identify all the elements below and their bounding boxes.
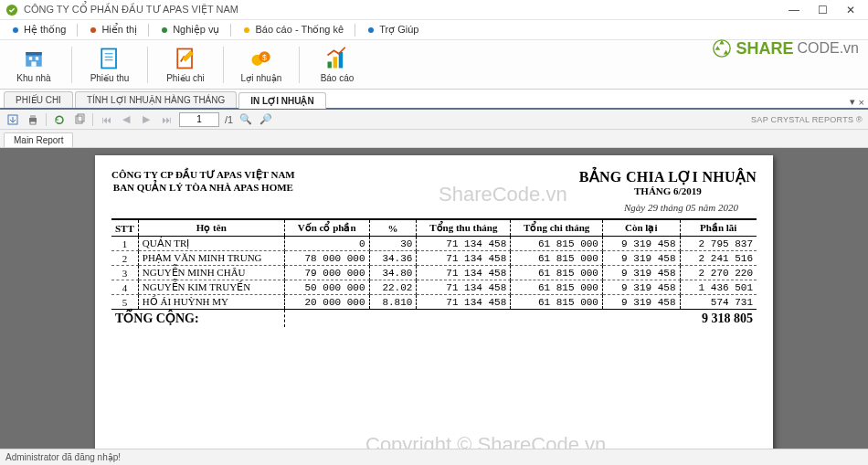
menu-help[interactable]: Trợ Giúp <box>359 22 426 37</box>
print-icon[interactable] <box>26 112 40 127</box>
table-row: 1QUẢN TRỊ03071 134 45861 815 0009 319 45… <box>111 237 757 251</box>
menu-separator <box>355 24 355 37</box>
tool-building-label: Khu nhà <box>16 73 50 83</box>
status-bar: Administrator đã đăng nhập! <box>0 449 868 465</box>
tool-receipt-label: Phiếu thu <box>90 73 130 83</box>
report-date: Ngày 29 tháng 05 năm 2020 <box>111 202 757 213</box>
first-page-icon[interactable]: ⏮ <box>99 112 113 127</box>
profit-icon: $ <box>249 46 274 71</box>
svg-rect-7 <box>26 52 42 56</box>
export-icon[interactable] <box>5 112 20 127</box>
crystal-label: SAP CRYSTAL REPORTS ® <box>751 115 863 124</box>
svg-rect-26 <box>30 122 36 124</box>
report-subtabs: Main Report <box>0 130 868 148</box>
dot-icon <box>89 26 98 35</box>
svg-point-2 <box>90 27 96 33</box>
svg-point-4 <box>244 27 249 33</box>
minimize-button[interactable]: — <box>780 1 808 19</box>
dot-icon <box>11 26 20 35</box>
toolbar-separator <box>299 47 300 83</box>
tool-building[interactable]: Khu nhà <box>5 43 62 87</box>
company-line2: BAN QUẢN LÝ TÒA NHÀ APAS HOME <box>111 181 295 194</box>
svg-rect-27 <box>76 116 82 123</box>
toolbar-separator <box>71 47 72 83</box>
col-income: Tổng thu tháng <box>417 219 511 237</box>
svg-rect-25 <box>30 115 36 118</box>
table-row: 2PHẠM VĂN MINH TRUNG78 000 00034.3671 13… <box>111 251 757 266</box>
col-name: Họ tên <box>138 219 284 237</box>
find-icon[interactable]: 🔍 <box>238 112 253 127</box>
table-row: 3NGUYỄN MINH CHÂU79 000 00034.8071 134 4… <box>111 266 757 280</box>
brand-part1: SHARE <box>736 39 793 58</box>
col-stt: STT <box>111 219 138 237</box>
svg-rect-20 <box>333 57 337 68</box>
copy-icon[interactable] <box>72 112 87 127</box>
total-label: TỔNG CỘNG: <box>111 310 284 328</box>
tool-report-label: Báo cáo <box>321 73 355 83</box>
dot-icon <box>366 26 376 35</box>
tab-dropdown-icon[interactable]: ▾ <box>850 96 855 108</box>
report-toolbar: ⏮ ◀ ▶ ⏭ /1 🔍 🔎 SAP CRYSTAL REPORTS ® <box>0 110 868 130</box>
svg-point-5 <box>368 27 374 33</box>
svg-rect-10 <box>31 62 36 67</box>
svg-rect-8 <box>29 57 33 60</box>
toolbar-separator <box>223 47 224 83</box>
page-input[interactable] <box>179 112 219 127</box>
building-icon <box>21 46 47 71</box>
report-viewport[interactable]: CÔNG TY CP ĐẦU TƯ APAS VIỆT NAM BAN QUẢN… <box>0 148 868 449</box>
recycle-icon <box>712 38 732 58</box>
document-tabs: PHIẾU CHI TÍNH LỢI NHUẬN HÀNG THÁNG IN L… <box>0 90 868 110</box>
svg-rect-9 <box>36 57 39 60</box>
company-line1: CÔNG TY CP ĐẦU TƯ APAS VIỆT NAM <box>111 168 295 181</box>
menu-help-label: Trợ Giúp <box>379 24 418 36</box>
menu-separator <box>77 24 78 37</box>
table-row: 5HỒ ÁI HUỲNH MY20 000 0008.81071 134 458… <box>111 295 757 310</box>
payment-icon <box>173 46 198 71</box>
menu-display-label: Hiển thị <box>101 24 137 36</box>
tool-report[interactable]: Báo cáo <box>309 43 365 87</box>
page-total: /1 <box>225 114 233 125</box>
svg-rect-21 <box>339 52 343 69</box>
svg-rect-11 <box>101 49 116 69</box>
report-table: STT Họ tên Vốn cổ phần % Tổng thu tháng … <box>111 218 757 327</box>
svg-point-1 <box>13 27 18 33</box>
col-pct: % <box>369 219 417 237</box>
brand-logo: SHARECODE.vn <box>712 38 859 58</box>
tab-close-icon[interactable]: × <box>859 97 864 108</box>
prev-page-icon[interactable]: ◀ <box>119 112 133 127</box>
last-page-icon[interactable]: ⏭ <box>159 112 174 127</box>
main-report-tab[interactable]: Main Report <box>4 132 73 147</box>
toolbar-separator <box>147 47 148 83</box>
tab-monthly-profit[interactable]: TÍNH LỢI NHUẬN HÀNG THÁNG <box>75 91 237 108</box>
next-page-icon[interactable]: ▶ <box>139 112 153 127</box>
menu-reports[interactable]: Báo cáo - Thống kê <box>235 22 351 37</box>
brand-part2: CODE.vn <box>797 40 859 57</box>
report-subtitle: THÁNG 6/2019 <box>579 185 757 196</box>
menu-business[interactable]: Nghiệp vụ <box>153 22 227 37</box>
close-button[interactable]: ✕ <box>837 1 864 19</box>
tool-payment[interactable]: Phiếu chi <box>157 43 214 87</box>
col-remain: Còn lại <box>602 219 680 237</box>
report-title: BẢNG CHIA LỢI NHUẬN <box>579 168 757 185</box>
svg-point-3 <box>162 27 167 33</box>
dot-icon <box>160 26 169 35</box>
menu-business-label: Nghiệp vụ <box>173 24 219 36</box>
menu-system-label: Hệ thống <box>24 24 66 36</box>
maximize-button[interactable]: ☐ <box>809 1 836 19</box>
table-row: 4NGUYỄN KIM TRUYỀN50 000 00022.0271 134 … <box>111 280 757 295</box>
tool-payment-label: Phiếu chi <box>166 73 205 83</box>
tab-payment[interactable]: PHIẾU CHI <box>4 91 73 108</box>
report-page: CÔNG TY CP ĐẦU TƯ APAS VIỆT NAM BAN QUẢN… <box>95 155 773 449</box>
menu-separator <box>230 24 231 37</box>
zoom-icon[interactable]: 🔎 <box>259 112 273 127</box>
refresh-icon[interactable] <box>52 112 67 127</box>
menu-display[interactable]: Hiển thị <box>81 22 144 37</box>
status-text: Administrator đã đăng nhập! <box>5 452 121 462</box>
tool-receipt[interactable]: Phiếu thu <box>81 43 138 87</box>
tab-print-profit[interactable]: IN LỢI NHUẬN <box>238 92 325 109</box>
menu-system[interactable]: Hệ thống <box>4 22 73 37</box>
col-capital: Vốn cổ phần <box>284 219 369 237</box>
total-value: 9 318 805 <box>284 310 757 328</box>
dot-icon <box>242 26 251 35</box>
tool-profit[interactable]: $ Lợi nhuận <box>233 43 290 87</box>
